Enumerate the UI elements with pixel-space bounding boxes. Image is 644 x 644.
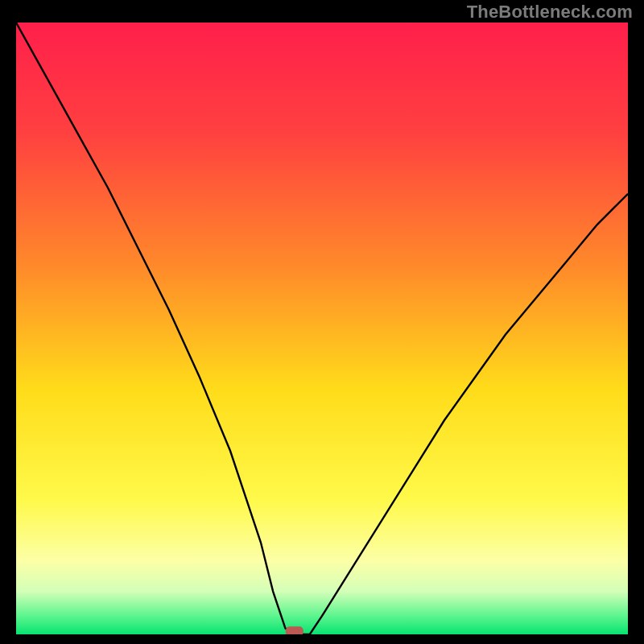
chart-frame: TheBottleneck.com bbox=[0, 0, 644, 644]
watermark-text: TheBottleneck.com bbox=[467, 2, 633, 23]
optimal-marker bbox=[286, 626, 303, 634]
plot-background bbox=[16, 23, 628, 634]
bottleneck-chart bbox=[16, 23, 628, 634]
